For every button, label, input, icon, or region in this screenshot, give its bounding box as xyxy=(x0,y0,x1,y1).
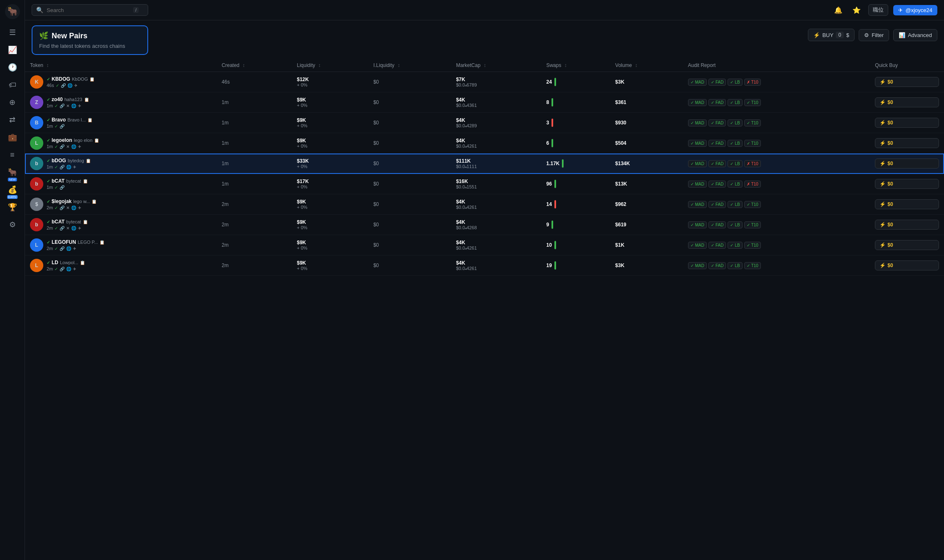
sidebar-item-new[interactable]: 🐂 xyxy=(5,165,20,180)
table-row[interactable]: Z ✓ zo40 haha123 📋 1m ✓ 🔗 ✕ 🌐 ✈ xyxy=(25,92,944,113)
token-name: ✓ zo40 haha123 📋 xyxy=(47,97,89,102)
link-icon-sub[interactable]: 🔗 xyxy=(60,144,65,149)
language-button[interactable]: 職位 xyxy=(868,4,888,16)
quick-buy-button[interactable]: ⚡ $0 xyxy=(875,159,939,168)
col-iliquidity[interactable]: I.Liquidity ↕ xyxy=(368,59,451,72)
volume-cell-9: $3K xyxy=(610,255,683,276)
x-link-icon[interactable]: ✕ xyxy=(66,226,70,230)
x-link-icon[interactable]: ✕ xyxy=(66,144,70,149)
verified-icon-sub: ✓ xyxy=(55,165,58,169)
table-row[interactable]: B ✓ Bravo Bravo I... 📋 1m ✓ 🔗 xyxy=(25,113,944,133)
table-row[interactable]: b ✓ bDOG bytedog 📋 1m ✓ 🔗 🌐 ✈ xyxy=(25,154,944,174)
sidebar-item-crosshair[interactable]: ⊕ xyxy=(5,95,20,110)
sidebar-item-chart[interactable]: 📈 xyxy=(5,42,20,57)
check-icon: ✓ xyxy=(711,202,714,207)
sidebar-item-menu[interactable]: ☰ xyxy=(5,25,20,40)
copy-small-icon[interactable]: 📋 xyxy=(99,240,104,245)
filter-button[interactable]: ⚙ Filter xyxy=(859,29,889,41)
link-icon-sub[interactable]: 🔗 xyxy=(60,246,65,251)
tg-link-icon[interactable]: ✈ xyxy=(78,104,81,108)
mcap-sub: $0.0₄4361 xyxy=(456,103,537,108)
globe-link-icon[interactable]: 🌐 xyxy=(66,246,71,251)
col-marketcap[interactable]: MarketCap ↕ xyxy=(451,59,542,72)
token-table-wrapper[interactable]: Token ↕ Created ↕ Liquidity ↕ I.Liquidit… xyxy=(25,59,944,560)
copy-small-icon[interactable]: 📋 xyxy=(92,199,97,204)
col-created[interactable]: Created ↕ xyxy=(217,59,292,72)
link-icon-sub[interactable]: 🔗 xyxy=(60,267,65,271)
tg-link-icon[interactable]: ✈ xyxy=(78,144,81,149)
lightning-icon: ⚡ xyxy=(879,201,886,207)
copy-small-icon[interactable]: 📋 xyxy=(80,260,85,265)
globe-link-icon[interactable]: 🌐 xyxy=(71,144,76,149)
tg-link-icon[interactable]: ✈ xyxy=(78,206,81,210)
table-row[interactable]: $ ✓ $legojak lego w... 📋 2m ✓ 🔗 ✕ 🌐 xyxy=(25,194,944,215)
copy-small-icon[interactable]: 📋 xyxy=(83,220,88,224)
link-icon-sub[interactable]: 🔗 xyxy=(60,104,65,108)
buy-button[interactable]: ⚡ BUY 0 $ xyxy=(808,29,855,41)
quick-buy-button[interactable]: ⚡ $0 xyxy=(875,260,939,270)
x-link-icon[interactable]: ✕ xyxy=(66,206,70,210)
check-icon: ✓ xyxy=(747,223,750,227)
table-row[interactable]: L ✓ LD Lowpol... 📋 2m ✓ 🔗 🌐 ✈ xyxy=(25,255,944,276)
sidebar-item-tag[interactable]: 🏷 xyxy=(5,77,20,92)
col-token[interactable]: Token ↕ xyxy=(25,59,217,72)
favorites-button[interactable]: ⭐ xyxy=(850,3,863,17)
tg-link-icon[interactable]: ✈ xyxy=(74,83,77,88)
created-time: 1m xyxy=(222,181,229,187)
tg-link-icon[interactable]: ✈ xyxy=(73,246,76,251)
quick-buy-button[interactable]: ⚡ $0 xyxy=(875,97,939,107)
globe-link-icon[interactable]: 🌐 xyxy=(66,165,71,169)
sidebar-item-list[interactable]: ≡ xyxy=(5,147,20,162)
sidebar-item-history[interactable]: 🕐 xyxy=(5,60,20,75)
col-liquidity[interactable]: Liquidity ↕ xyxy=(292,59,368,72)
copy-small-icon[interactable]: 📋 xyxy=(86,159,91,163)
quick-buy-button[interactable]: ⚡ $0 xyxy=(875,77,939,87)
advanced-button[interactable]: 📊 Advanced xyxy=(893,29,937,41)
table-row[interactable]: K ✓ KBDOG KbDOG 📋 46s ✓ 🔗 🌐 ✈ xyxy=(25,72,944,92)
table-row[interactable]: L ✓ LEGOFUN LEGO P... 📋 2m ✓ 🔗 🌐 ✈ xyxy=(25,235,944,255)
tg-link-icon[interactable]: ✈ xyxy=(73,267,76,271)
sidebar-item-wallet[interactable]: 💼 xyxy=(5,130,20,145)
quick-buy-button[interactable]: ⚡ $0 xyxy=(875,179,939,189)
copy-small-icon[interactable]: 📋 xyxy=(94,138,99,143)
globe-link-icon[interactable]: 🌐 xyxy=(71,226,76,230)
link-icon-sub[interactable]: 🔗 xyxy=(60,206,65,210)
link-icon-sub[interactable]: 🔗 xyxy=(60,226,65,230)
sidebar-item-trophy[interactable]: 🏆 xyxy=(5,200,20,215)
table-row[interactable]: b ✓ bCAT bytecat 📋 1m ✓ 🔗 xyxy=(25,174,944,194)
copy-small-icon[interactable]: 📋 xyxy=(89,77,94,82)
quick-buy-button[interactable]: ⚡ $0 xyxy=(875,220,939,230)
col-swaps[interactable]: Swaps ↕ xyxy=(541,59,610,72)
search-input[interactable] xyxy=(47,7,130,13)
tg-link-icon[interactable]: ✈ xyxy=(73,165,76,169)
search-box[interactable]: 🔍 / xyxy=(32,4,148,16)
sidebar-item-swap[interactable]: ⇄ xyxy=(5,112,20,127)
link-icon-sub[interactable]: 🔗 xyxy=(61,83,66,88)
table-row[interactable]: b ✓ bCAT bytecat 📋 2m ✓ 🔗 ✕ 🌐 ✈ xyxy=(25,215,944,235)
copy-small-icon[interactable]: 📋 xyxy=(83,179,88,183)
link-icon-sub[interactable]: 🔗 xyxy=(60,165,65,169)
globe-link-icon[interactable]: 🌐 xyxy=(67,83,72,88)
copy-small-icon[interactable]: 📋 xyxy=(84,97,89,102)
sidebar-item-settings[interactable]: ⚙ xyxy=(5,217,20,232)
link-icon-sub[interactable]: 🔗 xyxy=(60,185,65,190)
col-volume[interactable]: Volume ↕ xyxy=(610,59,683,72)
globe-link-icon[interactable]: 🌐 xyxy=(66,267,71,271)
notifications-button[interactable]: 🔔 xyxy=(832,3,845,17)
check-icon: ✓ xyxy=(691,141,694,146)
quick-buy-button[interactable]: ⚡ $0 xyxy=(875,138,939,148)
iliquidity-value: $0 xyxy=(373,120,379,126)
quick-buy-button[interactable]: ⚡ $0 xyxy=(875,118,939,128)
globe-link-icon[interactable]: 🌐 xyxy=(71,206,76,210)
quick-buy-button[interactable]: ⚡ $0 xyxy=(875,199,939,209)
user-account-button[interactable]: ✈ @xjoyce24 xyxy=(893,5,937,15)
table-row[interactable]: L ✓ legoelon lego elon 📋 1m ✓ 🔗 ✕ 🌐 xyxy=(25,133,944,154)
tg-link-icon[interactable]: ✈ xyxy=(78,226,81,230)
quick-buy-button[interactable]: ⚡ $0 xyxy=(875,240,939,250)
x-link-icon[interactable]: ✕ xyxy=(66,104,70,108)
copy-small-icon[interactable]: 📋 xyxy=(87,118,92,122)
sidebar-item-earn[interactable]: 💰 xyxy=(5,182,20,197)
globe-link-icon[interactable]: 🌐 xyxy=(71,104,76,108)
link-icon-sub[interactable]: 🔗 xyxy=(60,124,65,129)
quick-buy-amount: $0 xyxy=(887,79,893,85)
